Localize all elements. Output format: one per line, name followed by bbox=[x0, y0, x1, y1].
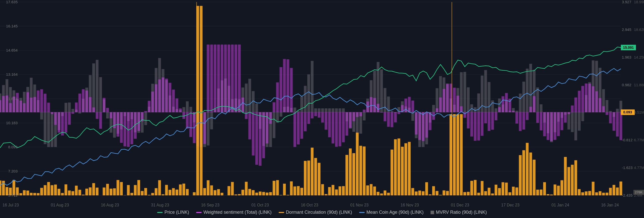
legend-price-label: Price (LINK) bbox=[165, 210, 189, 215]
legend-price: Price (LINK) bbox=[157, 210, 189, 215]
legend-mvrv-icon bbox=[431, 211, 434, 214]
legend-mca-label: Mean Coin Age (90d) (LINK) bbox=[367, 210, 424, 215]
legend-sentiment-icon bbox=[196, 212, 202, 213]
legend-dormant-label: Dormant Circulation (90d) (LINK) bbox=[286, 210, 352, 215]
legend-mca-icon bbox=[359, 212, 365, 213]
chart-legend: Price (LINK) Weighted sentiment (Total) … bbox=[157, 210, 487, 215]
main-chart-canvas bbox=[0, 0, 644, 218]
legend-dormant-icon bbox=[278, 212, 284, 213]
legend-sentiment-label: Weighted sentiment (Total) (LINK) bbox=[204, 210, 272, 215]
legend-mvrv-label: MVRV Ratio (90d) (LINK) bbox=[436, 210, 487, 215]
legend-dormant: Dormant Circulation (90d) (LINK) bbox=[278, 210, 352, 215]
legend-mvrv: MVRV Ratio (90d) (LINK) bbox=[431, 210, 487, 215]
legend-mean-coin-age: Mean Coin Age (90d) (LINK) bbox=[359, 210, 424, 215]
chart-container: 16 Jul 23 01 Aug 23 16 Aug 23 31 Aug 23 … bbox=[0, 0, 644, 218]
legend-price-icon bbox=[157, 212, 163, 213]
legend-weighted-sentiment: Weighted sentiment (Total) (LINK) bbox=[196, 210, 272, 215]
